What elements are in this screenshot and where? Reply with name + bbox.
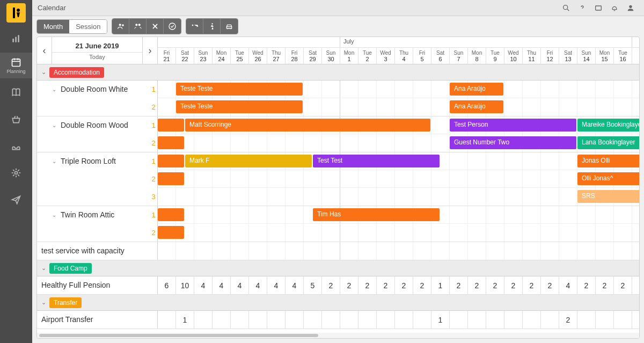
booking-bar[interactable]: Ana Araújo bbox=[450, 83, 503, 96]
count-cell[interactable] bbox=[413, 311, 431, 329]
count-cell[interactable]: 4 bbox=[286, 276, 304, 294]
nav-basket[interactable] bbox=[0, 106, 32, 132]
nav-settings[interactable] bbox=[0, 160, 32, 186]
day-header[interactable]: Sat13 bbox=[559, 48, 577, 64]
day-header[interactable]: Wed3 bbox=[377, 48, 395, 64]
day-header[interactable]: Mon1 bbox=[340, 48, 358, 64]
count-cell[interactable] bbox=[450, 311, 468, 329]
count-cell[interactable] bbox=[304, 311, 322, 329]
nav-planning[interactable]: Planning bbox=[0, 53, 32, 78]
count-cell[interactable]: 2 bbox=[377, 276, 395, 294]
count-cell[interactable] bbox=[213, 311, 231, 329]
day-header[interactable]: Thu11 bbox=[523, 48, 541, 64]
day-header[interactable]: Sun30 bbox=[322, 48, 340, 64]
booking-bar[interactable] bbox=[158, 208, 184, 221]
search-button[interactable] bbox=[558, 0, 574, 16]
count-cell[interactable]: 2 bbox=[395, 276, 413, 294]
day-header[interactable]: Sat6 bbox=[431, 48, 450, 64]
horizontal-scrollbar[interactable] bbox=[37, 333, 639, 338]
count-cell[interactable]: 2 bbox=[523, 276, 541, 294]
booking-bar[interactable] bbox=[158, 119, 184, 132]
next-button[interactable]: › bbox=[142, 37, 157, 64]
day-header[interactable]: Wed26 bbox=[249, 48, 267, 64]
room-label[interactable]: ⌄Triple Room Loft bbox=[37, 152, 158, 206]
day-header[interactable]: Fri21 bbox=[158, 48, 176, 64]
count-cell[interactable]: 2 bbox=[541, 276, 559, 294]
day-header[interactable]: Thu27 bbox=[267, 48, 286, 64]
service-label[interactable]: test service with capacity bbox=[37, 242, 158, 260]
booking-bar[interactable] bbox=[158, 155, 184, 167]
booking-bar[interactable]: Mark F bbox=[185, 155, 312, 167]
day-header[interactable]: Sat29 bbox=[304, 48, 322, 64]
walk-button[interactable] bbox=[203, 19, 221, 34]
day-header[interactable]: Tue9 bbox=[486, 48, 504, 64]
add-person-button[interactable] bbox=[112, 19, 129, 34]
prev-button[interactable]: ‹ bbox=[37, 37, 52, 64]
day-header[interactable]: Mon24 bbox=[213, 48, 231, 64]
booking-bar[interactable]: Teste Teste bbox=[176, 83, 303, 96]
booking-bar[interactable]: SRS bbox=[577, 190, 639, 203]
booking-bar[interactable]: Test Person bbox=[450, 119, 576, 132]
day-header[interactable]: Tue25 bbox=[231, 48, 249, 64]
nav-book[interactable] bbox=[0, 79, 32, 105]
close-filter-button[interactable] bbox=[147, 19, 164, 34]
count-cell[interactable] bbox=[194, 311, 213, 329]
count-cell[interactable]: 1 bbox=[431, 311, 450, 329]
count-cell[interactable] bbox=[395, 311, 413, 329]
day-header[interactable]: Thu4 bbox=[395, 48, 413, 64]
count-cell[interactable] bbox=[614, 311, 632, 329]
count-cell[interactable]: 6 bbox=[158, 276, 176, 294]
day-header[interactable]: Fri28 bbox=[286, 48, 304, 64]
booking-bar[interactable] bbox=[158, 226, 184, 239]
day-header[interactable]: Fri12 bbox=[541, 48, 559, 64]
count-cell[interactable] bbox=[596, 311, 614, 329]
count-cell[interactable]: 4 bbox=[249, 276, 267, 294]
count-cell[interactable] bbox=[504, 311, 523, 329]
room-label[interactable]: ⌄Double Room Wood bbox=[37, 116, 158, 152]
count-cell[interactable]: 4 bbox=[267, 276, 286, 294]
group-button[interactable] bbox=[129, 19, 147, 34]
nav-send[interactable] bbox=[0, 187, 32, 213]
booking-bar[interactable]: Guest Number Two bbox=[450, 136, 576, 149]
day-header[interactable]: Mon8 bbox=[468, 48, 486, 64]
day-header[interactable]: Sun14 bbox=[577, 48, 596, 64]
booking-bar[interactable]: Jonas Olli bbox=[577, 155, 639, 167]
count-cell[interactable]: 2 bbox=[340, 276, 358, 294]
count-cell[interactable]: 4 bbox=[194, 276, 213, 294]
notifications-button[interactable] bbox=[606, 0, 623, 16]
category-transfer[interactable]: ⌄Transfer bbox=[37, 295, 639, 311]
booking-bar[interactable] bbox=[158, 136, 184, 149]
count-cell[interactable]: 2 bbox=[577, 276, 596, 294]
count-cell[interactable] bbox=[286, 311, 304, 329]
count-cell[interactable]: 2 bbox=[504, 276, 523, 294]
room-label[interactable]: ⌄Twin Room Attic bbox=[37, 206, 158, 242]
count-cell[interactable] bbox=[158, 311, 176, 329]
day-header[interactable]: Sun7 bbox=[450, 48, 468, 64]
booking-bar[interactable]: Mareike Bookinglayer bbox=[577, 119, 639, 132]
count-cell[interactable]: 2 bbox=[596, 276, 614, 294]
today-link[interactable]: Today bbox=[52, 52, 142, 61]
category-food[interactable]: ⌄Food Camp bbox=[37, 260, 639, 276]
apps-button[interactable] bbox=[590, 0, 606, 16]
count-cell[interactable]: 5 bbox=[304, 276, 322, 294]
nav-dashboard[interactable] bbox=[0, 26, 32, 52]
count-cell[interactable]: 2 bbox=[413, 276, 431, 294]
count-cell[interactable] bbox=[231, 311, 249, 329]
count-cell[interactable]: 2 bbox=[486, 276, 504, 294]
profile-button[interactable] bbox=[623, 0, 639, 16]
car-button[interactable] bbox=[221, 19, 238, 34]
booking-bar[interactable]: Test Test bbox=[313, 155, 440, 167]
booking-bar[interactable]: Matt Scorringe bbox=[185, 119, 430, 132]
count-cell[interactable]: 10 bbox=[176, 276, 194, 294]
count-cell[interactable]: 1 bbox=[176, 311, 194, 329]
count-cell[interactable]: 2 bbox=[468, 276, 486, 294]
count-cell[interactable] bbox=[486, 311, 504, 329]
count-cell[interactable] bbox=[541, 311, 559, 329]
count-cell[interactable] bbox=[249, 311, 267, 329]
count-cell[interactable]: 4 bbox=[213, 276, 231, 294]
view-session-button[interactable]: Session bbox=[69, 20, 107, 33]
count-cell[interactable]: 2 bbox=[559, 311, 577, 329]
help-button[interactable] bbox=[574, 0, 590, 16]
count-cell[interactable] bbox=[523, 311, 541, 329]
food-label[interactable]: Healthy Full Pension bbox=[37, 276, 158, 294]
